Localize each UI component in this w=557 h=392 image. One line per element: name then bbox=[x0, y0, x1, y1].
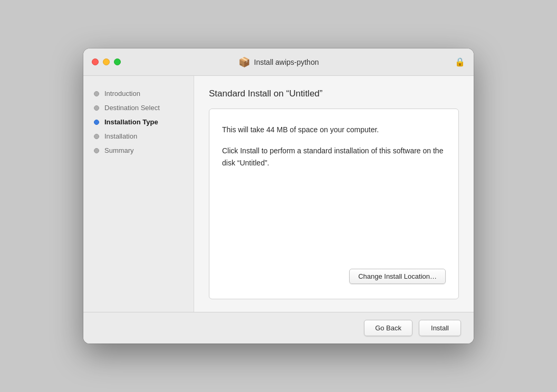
titlebar: 📦 Install awips-python 🔒 bbox=[83, 48, 474, 76]
sidebar-dot-introduction bbox=[94, 91, 99, 96]
sidebar-item-destination-select: Destination Select bbox=[83, 101, 194, 115]
sidebar-item-introduction: Introduction bbox=[83, 86, 194, 101]
sidebar-dot-installation bbox=[94, 134, 99, 139]
lock-icon: 🔒 bbox=[455, 57, 465, 67]
sidebar-item-installation-type: Installation Type bbox=[83, 115, 194, 129]
close-button[interactable] bbox=[92, 58, 99, 65]
go-back-button[interactable]: Go Back bbox=[364, 320, 412, 336]
main-title: Standard Install on “Untitled” bbox=[209, 89, 459, 99]
install-button[interactable]: Install bbox=[419, 320, 461, 336]
main-content: Standard Install on “Untitled” This will… bbox=[194, 76, 474, 312]
description-line1: This will take 44 MB of space on your co… bbox=[222, 124, 446, 135]
sidebar-label-installation: Installation bbox=[104, 132, 137, 140]
installer-window: 📦 Install awips-python 🔒 Introduction De… bbox=[83, 48, 474, 344]
sidebar-label-installation-type: Installation Type bbox=[104, 118, 158, 126]
sidebar-dot-summary bbox=[94, 148, 99, 153]
description-line2: Click Install to perform a standard inst… bbox=[222, 145, 446, 169]
bottom-bar: Go Back Install bbox=[83, 312, 474, 344]
traffic-lights bbox=[92, 58, 121, 65]
sidebar-dot-destination-select bbox=[94, 105, 99, 111]
content-area: Introduction Destination Select Installa… bbox=[83, 76, 474, 312]
change-install-location-button[interactable]: Change Install Location… bbox=[349, 269, 446, 284]
install-box: This will take 44 MB of space on your co… bbox=[209, 109, 459, 299]
sidebar-item-installation: Installation bbox=[83, 129, 194, 143]
sidebar-label-introduction: Introduction bbox=[104, 90, 140, 97]
window-title-area: 📦 Install awips-python bbox=[238, 56, 319, 68]
sidebar-label-destination-select: Destination Select bbox=[104, 104, 160, 112]
sidebar-label-summary: Summary bbox=[104, 146, 134, 154]
minimize-button[interactable] bbox=[103, 58, 110, 65]
window-title: Install awips-python bbox=[254, 58, 319, 66]
sidebar-dot-installation-type bbox=[94, 120, 99, 125]
sidebar-item-summary: Summary bbox=[83, 143, 194, 158]
sidebar: Introduction Destination Select Installa… bbox=[83, 76, 194, 312]
change-location-area: Change Install Location… bbox=[222, 269, 446, 284]
maximize-button[interactable] bbox=[114, 58, 121, 65]
install-description: This will take 44 MB of space on your co… bbox=[222, 124, 446, 169]
app-icon: 📦 bbox=[238, 56, 250, 68]
